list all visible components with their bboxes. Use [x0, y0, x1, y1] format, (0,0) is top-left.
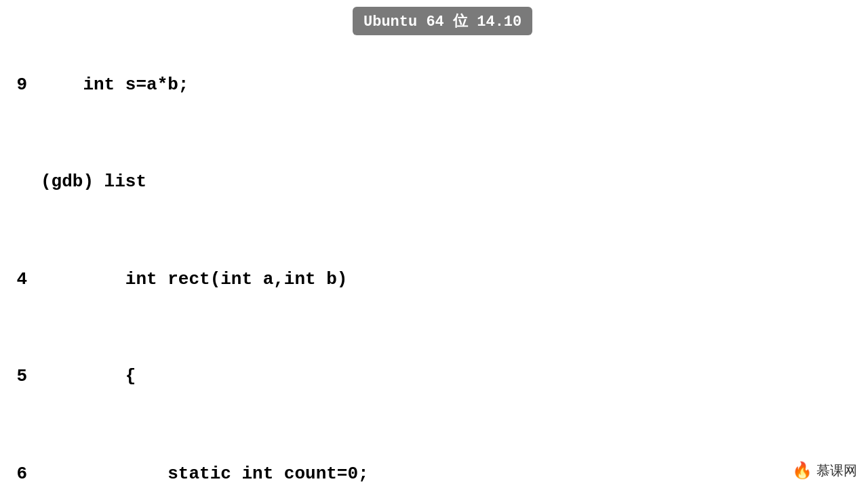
- code-line-9-top: 9 int s=a*b;: [0, 73, 868, 98]
- code-line-6: 6 static int count=0;: [0, 462, 868, 487]
- code-line-5: 5 {: [0, 365, 868, 389]
- watermark: 🔥 慕课网: [792, 461, 857, 480]
- tooltip-text: Ubuntu 64 位 14.10: [363, 14, 521, 30]
- os-tooltip: Ubuntu 64 位 14.10: [353, 7, 532, 35]
- gdb-list-cmd: (gdb) list: [0, 170, 868, 195]
- code-line-4: 4 int rect(int a,int b): [0, 268, 868, 292]
- terminal: 9 int s=a*b; (gdb) list 4 int rect(int a…: [0, 0, 868, 488]
- flame-icon: 🔥: [792, 461, 812, 480]
- watermark-text: 慕课网: [816, 462, 857, 480]
